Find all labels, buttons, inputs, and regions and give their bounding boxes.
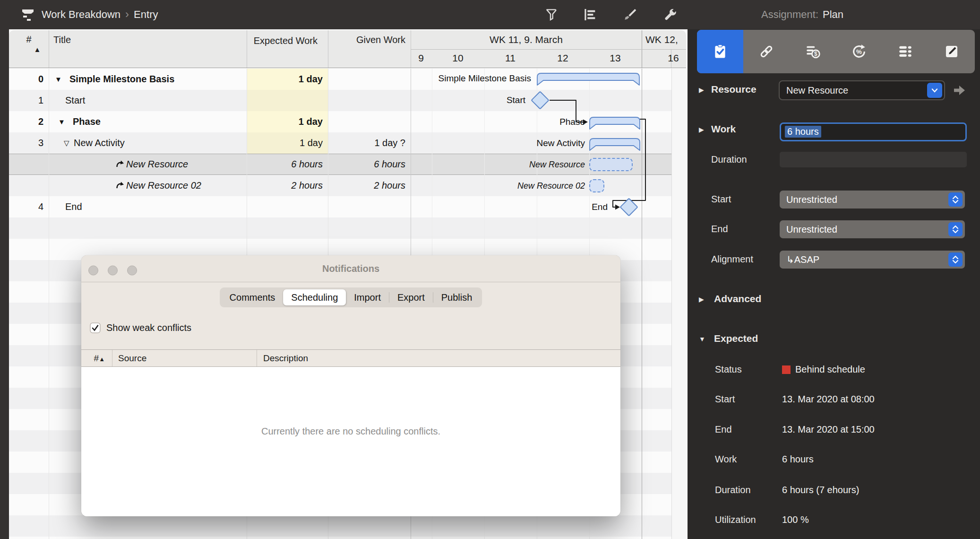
column-header-num[interactable]: #: [9, 34, 49, 45]
summary-bar-phase[interactable]: [589, 115, 640, 130]
alignment-value: ↳ASAP: [786, 251, 819, 269]
resource-disclosure[interactable]: ▶: [699, 86, 704, 94]
tools-wrench-icon[interactable]: [662, 7, 679, 22]
row-title[interactable]: Simple Milestone Basis: [69, 69, 174, 90]
end-stepper-button[interactable]: [948, 222, 963, 236]
given-work-value[interactable]: 1 day ?: [328, 132, 405, 154]
work-label: Work: [711, 123, 736, 135]
tab-import[interactable]: Import: [346, 289, 389, 305]
expected-work-value[interactable]: 1 day: [247, 132, 323, 154]
tab-publish[interactable]: Publish: [433, 289, 481, 305]
resource-row-title[interactable]: New Resource 02: [126, 175, 201, 196]
timeline-day-12[interactable]: 12: [534, 52, 591, 64]
work-input[interactable]: 6 hours: [780, 122, 967, 141]
tab-structure[interactable]: [882, 30, 928, 73]
column-header-given-work[interactable]: Given Work: [328, 35, 405, 45]
assignment-bar-new-resource[interactable]: [589, 158, 633, 171]
format-brush-icon[interactable]: [622, 7, 638, 22]
advanced-section-label: Advanced: [714, 293, 761, 304]
breadcrumb-entry[interactable]: Entry: [134, 9, 158, 20]
end-value: Unrestricted: [786, 220, 837, 238]
rows-icon: [897, 43, 913, 60]
resource-row-title[interactable]: New Resource: [126, 154, 188, 175]
end-popup[interactable]: Unrestricted: [780, 220, 965, 238]
svg-text:%: %: [856, 48, 862, 55]
breadcrumb-work-breakdown[interactable]: Work Breakdown: [42, 9, 120, 20]
column-header-expected-work[interactable]: Expected Work: [247, 35, 318, 47]
activity-bar-new-activity[interactable]: [589, 137, 640, 151]
timeline-week-12-header[interactable]: WK 12,: [645, 34, 678, 45]
up-down-chevrons-icon: [951, 225, 960, 234]
app-title-bar: Work Breakdown›Entry Assignment:Plan: [0, 0, 980, 29]
assignment-arrow-icon: [116, 160, 124, 168]
row-title[interactable]: End: [65, 196, 82, 217]
timeline-day-10[interactable]: 10: [430, 52, 486, 64]
timeline-week-11-header[interactable]: WK 11, 9. March: [411, 34, 642, 45]
end-label: End: [711, 224, 728, 235]
tab-costs[interactable]: $: [790, 30, 836, 73]
resource-dropdown-button[interactable]: [927, 83, 942, 98]
duration-label: Duration: [711, 154, 747, 165]
row-title[interactable]: New Activity: [74, 132, 125, 154]
disclosure-triangle[interactable]: ▼: [55, 69, 62, 90]
gantt-label-new-activity: New Activity: [434, 136, 585, 150]
tab-scheduling[interactable]: Scheduling: [283, 289, 346, 305]
expected-work-value[interactable]: 6 hours: [247, 154, 323, 175]
align-outline-icon[interactable]: [582, 7, 598, 22]
tab-note[interactable]: [928, 30, 975, 73]
tab-progress[interactable]: %: [836, 30, 882, 73]
timeline-day-11[interactable]: 11: [482, 52, 539, 64]
work-breakdown-icon: [21, 9, 36, 22]
expected-work-label: Work: [715, 454, 737, 465]
alignment-stepper-button[interactable]: [948, 252, 963, 267]
expected-duration-label: Duration: [715, 485, 751, 496]
edit-note-icon: [944, 43, 960, 60]
checkbox-checked-icon[interactable]: [90, 322, 101, 333]
resource-label: Resource: [711, 84, 756, 95]
column-header-title[interactable]: Title: [53, 35, 71, 45]
conflicts-column-source[interactable]: Source: [118, 350, 146, 366]
tab-export[interactable]: Export: [389, 289, 433, 305]
notifications-tab-bar: Comments Scheduling Import Export Publis…: [220, 287, 482, 307]
notifications-title-bar[interactable]: Notifications: [81, 255, 620, 282]
row-title[interactable]: Start: [65, 90, 85, 111]
disclosure-triangle-open[interactable]: ▽: [64, 132, 69, 154]
start-popup[interactable]: Unrestricted: [780, 191, 965, 209]
timeline-day-13[interactable]: 13: [587, 52, 644, 64]
percent-cycle-icon: %: [851, 43, 867, 60]
row-number: 2: [9, 111, 43, 132]
notifications-window: Notifications Comments Scheduling Import…: [81, 255, 620, 516]
cost-list-icon: $: [805, 43, 821, 60]
row-title[interactable]: Phase: [73, 111, 101, 132]
given-work-value[interactable]: 2 hours: [328, 175, 405, 196]
up-down-chevrons-icon: [951, 255, 960, 264]
disclosure-triangle[interactable]: ▼: [58, 111, 65, 132]
start-label: Start: [711, 194, 731, 205]
tab-dependencies[interactable]: [743, 30, 790, 73]
conflicts-column-description[interactable]: Description: [263, 350, 308, 366]
start-stepper-button[interactable]: [948, 192, 963, 207]
conflicts-column-num[interactable]: #▲: [81, 350, 105, 366]
timeline-day-16[interactable]: 16: [645, 52, 686, 64]
summary-bar-simple-milestone-basis[interactable]: [537, 71, 640, 86]
expected-work-value[interactable]: 1 day: [247, 69, 323, 90]
work-disclosure[interactable]: ▶: [699, 126, 704, 133]
duration-input[interactable]: [780, 152, 967, 167]
given-work-value[interactable]: 6 hours: [328, 154, 405, 175]
assignment-bar-new-resource-02[interactable]: [589, 179, 604, 192]
advanced-disclosure[interactable]: ▶: [699, 296, 704, 303]
resource-combobox[interactable]: New Resource: [779, 80, 945, 100]
expected-disclosure[interactable]: ▼: [699, 335, 705, 343]
filter-icon[interactable]: [543, 7, 559, 22]
alignment-popup[interactable]: ↳ASAP: [780, 251, 965, 269]
expected-work-value[interactable]: 2 hours: [247, 175, 323, 196]
window-edge-strip: [0, 29, 9, 539]
checkbox-label: Show weak conflicts: [106, 322, 191, 333]
up-down-chevrons-icon: [951, 195, 960, 204]
go-to-resource-arrow-icon[interactable]: [953, 84, 966, 96]
tab-assignment[interactable]: [697, 30, 743, 73]
tab-comments[interactable]: Comments: [222, 289, 284, 305]
expected-work-value[interactable]: 1 day: [247, 111, 323, 132]
gantt-label-new-resource: New Resource: [434, 158, 585, 171]
expected-start-label: Start: [715, 394, 735, 405]
